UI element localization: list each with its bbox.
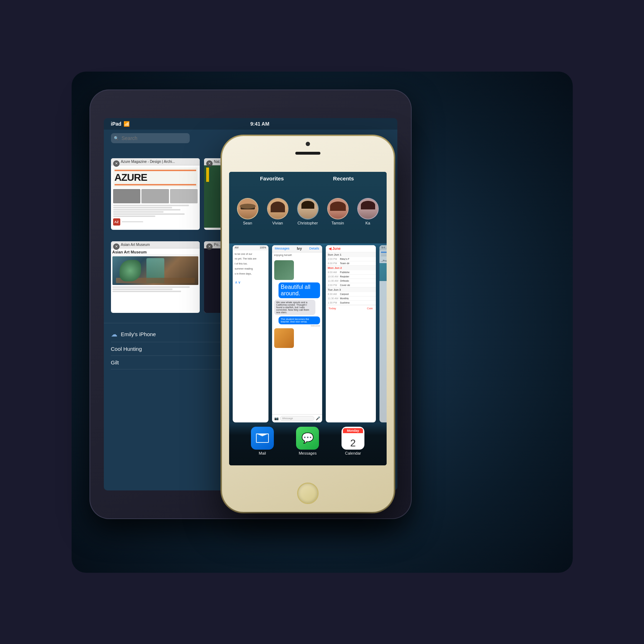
msg-photo <box>272 258 322 282</box>
iphone-home-button[interactable] <box>297 483 319 504</box>
left-screen-text: to be one of our ns yet. The kids are t … <box>233 250 268 278</box>
contact-sean[interactable]: Sean <box>237 198 258 225</box>
azure-images <box>113 189 198 203</box>
calendar-icon[interactable]: Monday 2 <box>342 427 364 450</box>
event-name-4: Publishe <box>340 271 350 273</box>
cal-today-label[interactable]: Today <box>329 307 336 310</box>
iphone-device: Favorites Recents Sea <box>222 136 394 512</box>
pro-label: ...Pro <box>379 258 387 263</box>
outdoor-photo-small <box>379 263 387 281</box>
tab-close-nat[interactable]: ✕ <box>206 160 213 167</box>
contact-tamsin[interactable]: Tamsin <box>327 198 349 225</box>
recents-label: Recents <box>308 175 379 181</box>
asian-art-image <box>112 256 198 285</box>
mic-icon[interactable]: 🎤 <box>316 416 320 420</box>
avatar-ka <box>357 198 379 219</box>
avatar-christopher <box>297 198 319 219</box>
messages-icon[interactable]: 💬 <box>296 427 319 450</box>
mail-icon[interactable] <box>251 427 274 450</box>
event-time-8: 8:30 AM <box>328 293 339 295</box>
left-status: AM 100% <box>233 245 268 250</box>
cal-cal-label[interactable]: Cale <box>367 307 373 310</box>
cal-day-sun-jun1: Sun Jun 1 <box>326 252 376 257</box>
contact-christopher[interactable]: Christopher <box>297 198 319 225</box>
tab-close-partial[interactable]: ✕ <box>206 243 213 250</box>
ipad-status-bar: iPad 📶 9:41 AM <box>104 118 397 130</box>
avatar-tamsin <box>327 198 349 219</box>
search-wrapper[interactable] <box>111 133 190 143</box>
tab-close-asian[interactable]: ✕ <box>113 243 120 250</box>
cal-event-sushimo: 1:30 PM Sushimo <box>326 301 376 305</box>
mini-screen-partial-right[interactable]: 9:4... ...Pro <box>379 245 387 422</box>
camera-icon[interactable]: 📷 <box>274 416 279 420</box>
phone-dock: Mail 💬 Messages Monday 2 Calendar <box>229 422 387 465</box>
bubble-left-1: We saw whale spouts and a California con… <box>274 300 315 315</box>
azure-img-2 <box>141 189 169 203</box>
event-time-7: 2:00 PM <box>328 284 339 286</box>
contact-name-ka: Ka <box>365 221 370 225</box>
left-percent: 100% <box>260 246 266 249</box>
iphone-speaker <box>295 152 320 155</box>
tab-close-azure[interactable]: ✕ <box>113 160 120 167</box>
mini-screen-messages[interactable]: Messages Ivy Details enjoying herself. B… <box>272 245 322 422</box>
right-partial-header: 9:4... <box>379 245 387 250</box>
face-tamsin <box>328 199 348 219</box>
left-am: AM <box>235 246 239 249</box>
messages-label: Messages <box>299 451 316 455</box>
cal-event-ortho: 11:00 AM Orthodo <box>326 279 376 283</box>
event-name-6: Orthodo <box>340 280 349 282</box>
mini-screen-calendar[interactable]: ◀ June Sun Jun 1 2:00 PM Riley's F 6:00 … <box>326 245 376 422</box>
face-sean <box>238 199 258 219</box>
ipad-time: 9:41 AM <box>130 121 390 127</box>
mail-envelope-icon <box>256 434 269 443</box>
event-name-7: Cover de <box>340 284 350 286</box>
icloud-icon: ☁ <box>111 330 117 338</box>
ipad-device-label: iPad <box>111 121 122 127</box>
cal-day-mon-jun2: Mon Jun 2 <box>326 266 376 270</box>
event-time-10: 11:30 AM <box>328 297 339 300</box>
mail-label: Mail <box>259 451 266 455</box>
event-time-3: 6:00 PM <box>328 262 339 265</box>
bookmark-label-2: Gilt <box>111 359 119 365</box>
dock-app-calendar[interactable]: Monday 2 Calendar <box>342 427 364 455</box>
avatar-sean <box>237 198 258 219</box>
cal-event-monthly: 11:30 AM Monthly <box>326 296 376 301</box>
event-time-1: 2:00 PM <box>328 258 339 260</box>
face-vivian <box>268 199 288 219</box>
delivered-label: Delivered <box>311 325 320 327</box>
messages-contact-name: Ivy <box>297 247 302 251</box>
event-time-5: 10:00 AM <box>328 275 339 278</box>
favorites-labels: Favorites Recents <box>229 175 387 181</box>
calendar-label: Calendar <box>345 451 361 455</box>
event-name-10: Monthly <box>340 297 349 300</box>
face-christopher <box>298 199 318 219</box>
contact-vivian[interactable]: Vivian <box>267 198 289 225</box>
event-name-1: Riley's F <box>340 258 350 260</box>
event-name-3: Team dir <box>340 262 350 265</box>
calendar-header: ◀ June <box>326 245 376 252</box>
favorites-label: Favorites <box>236 175 308 181</box>
mini-screen-partial-left[interactable]: AM 100% to be one of our ns yet. The kid… <box>233 245 268 422</box>
dock-app-mail[interactable]: Mail <box>251 427 274 455</box>
main-scene: iPad 📶 9:41 AM azuremagazine.com ✕ <box>72 72 573 573</box>
tab-asian-art[interactable]: ✕ Asian Art Museum Asian Art Museum <box>111 241 200 313</box>
contact-name-sean: Sean <box>243 221 252 225</box>
bubble-right-2: The student becomes the teacher. And vic… <box>279 316 320 324</box>
event-name-5: Register <box>340 275 349 278</box>
calendar-back-label: ◀ June <box>329 247 341 251</box>
bubble-beautiful: Beautiful all around. <box>272 282 322 299</box>
dock-app-messages[interactable]: 💬 Messages <box>296 427 319 455</box>
tab-azure[interactable]: ✕ Azure Magazine - Design | Archi... AZU… <box>111 158 200 230</box>
contact-ka[interactable]: Ka <box>357 198 379 225</box>
msg-whale-bubble: We saw whale spouts and a California con… <box>272 299 322 316</box>
icloud-device-label: Emily's iPhone <box>121 331 156 337</box>
nat-geo-yellow <box>206 168 209 182</box>
messages-header: Messages Ivy Details <box>272 245 322 252</box>
cal-event-rileys: 2:00 PM Riley's F <box>326 257 376 261</box>
contact-name-tamsin: Tamsin <box>331 221 344 225</box>
bubble-student-wrap: The student becomes the teacher. And vic… <box>272 316 322 328</box>
azure-az-badge: AZ <box>113 218 198 226</box>
imessage-input[interactable]: iMessage <box>280 416 314 421</box>
right-partial-content <box>379 250 387 258</box>
search-input[interactable] <box>111 133 190 143</box>
